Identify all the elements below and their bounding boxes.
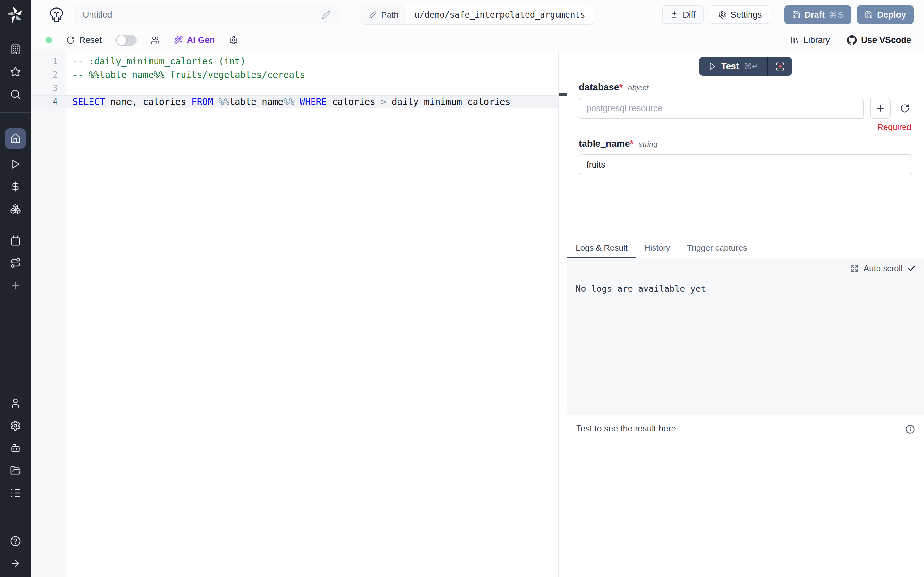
sidebar-item-play[interactable] — [8, 157, 23, 171]
arguments-section: Test ⌘↵ database * — [567, 51, 924, 238]
sidebar-item-search[interactable] — [8, 87, 23, 101]
sidebar-item-folder[interactable] — [8, 464, 23, 478]
auto-scroll-toggle[interactable]: Auto scroll — [575, 263, 916, 274]
sidebar-item-route[interactable] — [8, 256, 23, 270]
home-icon — [10, 133, 21, 144]
cursor-position-marker — [559, 93, 567, 96]
sidebar-item-gear[interactable] — [8, 419, 23, 433]
editor-toolbar: Reset AI Gen Library Use VScode — [31, 29, 924, 51]
status-dot — [45, 37, 52, 43]
sidebar — [0, 0, 31, 577]
gear-icon — [718, 11, 726, 19]
sidebar-item-robot[interactable] — [8, 441, 23, 455]
reset-label: Reset — [79, 35, 102, 45]
plus-minus-icon — [670, 11, 678, 19]
draft-shortcut: ⌘S — [829, 10, 843, 20]
sidebar-item-home[interactable] — [5, 128, 26, 149]
code-token: SELECT — [73, 97, 105, 107]
code-editor[interactable]: 1-- :daily_minimum_calories (int)2-- %%t… — [31, 51, 567, 577]
database-input[interactable] — [579, 98, 864, 119]
edit-title-icon[interactable] — [322, 10, 331, 19]
capture-button[interactable] — [768, 57, 792, 76]
code-token: %% — [218, 97, 229, 107]
test-shortcut: ⌘↵ — [744, 62, 758, 71]
editor-settings-button[interactable] — [229, 35, 238, 45]
calendar-icon — [10, 235, 21, 246]
diff-button[interactable]: Diff — [662, 5, 704, 24]
required-asterisk: * — [619, 82, 623, 93]
edit-path-icon — [369, 11, 376, 19]
sidebar-item-calendar[interactable] — [8, 234, 23, 247]
auto-scroll-label: Auto scroll — [864, 263, 903, 274]
sidebar-item-arrow-right[interactable] — [8, 556, 23, 571]
result-placeholder: Test to see the result here — [576, 424, 676, 434]
sidebar-item-list[interactable] — [8, 486, 23, 500]
sidebar-item-user[interactable] — [8, 396, 23, 410]
test-button[interactable]: Test ⌘↵ — [699, 57, 767, 76]
script-title: Untitled — [83, 10, 112, 20]
reset-button[interactable]: Reset — [66, 35, 102, 45]
code-token: calories — [326, 97, 381, 107]
sidebar-item-help[interactable] — [8, 534, 23, 548]
settings-label: Settings — [730, 10, 762, 20]
line-number: 3 — [31, 83, 58, 93]
plus-icon — [10, 280, 21, 291]
path-value: u/demo/safe_interpolated_arguments — [406, 5, 594, 24]
sidebar-item-star[interactable] — [8, 65, 23, 79]
code-line[interactable]: 3 — [31, 81, 558, 95]
database-field-type: object — [628, 83, 648, 92]
script-title-input[interactable]: Untitled — [74, 4, 339, 25]
code-line[interactable]: 4SELECT name, calories FROM %%table_name… — [31, 95, 558, 108]
code-line[interactable]: 2-- %%table_name%% fruits/vegetables/cer… — [31, 68, 558, 81]
code-token: %% — [283, 97, 294, 107]
check-icon — [907, 264, 916, 273]
table-name-input[interactable] — [579, 154, 913, 175]
expand-icon[interactable] — [851, 264, 859, 273]
tab-history[interactable]: History — [636, 238, 678, 258]
topbar: Untitled Path u/demo/safe_interpolated_a… — [31, 0, 924, 29]
windmill-logo-icon — [7, 6, 24, 23]
dollar-icon — [10, 181, 21, 192]
tab-trigger-captures[interactable]: Trigger captures — [678, 238, 756, 258]
path-label: Path — [381, 10, 399, 20]
code-line[interactable]: 1-- :daily_minimum_calories (int) — [31, 55, 558, 68]
database-field-name: database — [579, 82, 619, 93]
list-icon — [10, 488, 21, 498]
library-button[interactable]: Library — [790, 35, 830, 45]
refresh-resources-button[interactable] — [897, 103, 913, 113]
ai-gen-button[interactable]: AI Gen — [174, 35, 215, 45]
result-tabs: Logs & Result History Trigger captures — [567, 238, 924, 258]
settings-button[interactable]: Settings — [710, 5, 771, 24]
building-icon — [10, 44, 21, 55]
draft-button[interactable]: Draft ⌘S — [784, 5, 851, 24]
sidebar-item-dollar[interactable] — [8, 179, 23, 193]
sidebar-item-plus[interactable] — [8, 278, 23, 292]
deploy-label: Deploy — [877, 10, 906, 20]
code-token: > — [381, 97, 386, 107]
result-panel: Test to see the result here — [567, 416, 924, 577]
tab-logs-result[interactable]: Logs & Result — [567, 238, 636, 258]
info-icon[interactable] — [905, 424, 915, 434]
refresh-icon — [66, 35, 75, 45]
route-icon — [10, 258, 21, 268]
gear-icon — [10, 420, 21, 431]
sidebar-item-building[interactable] — [8, 42, 23, 56]
diff-mode-toggle[interactable] — [116, 35, 137, 45]
add-resource-button[interactable] — [870, 98, 891, 119]
users-icon — [151, 35, 160, 45]
star-icon — [10, 66, 21, 77]
windmill-logo[interactable] — [0, 0, 31, 29]
code-token — [294, 97, 300, 107]
test-label: Test — [721, 61, 739, 71]
collaborators-button[interactable] — [151, 35, 160, 45]
help-icon — [10, 536, 21, 546]
search-icon — [10, 89, 21, 100]
path-chip[interactable]: Path u/demo/safe_interpolated_arguments — [360, 5, 594, 25]
scan-icon — [775, 61, 785, 71]
use-vscode-button[interactable]: Use VScode — [846, 35, 911, 45]
deploy-button[interactable]: Deploy — [857, 5, 914, 24]
plus-icon — [876, 103, 885, 113]
sidebar-item-boxes[interactable] — [8, 202, 23, 216]
library-label: Library — [803, 35, 830, 45]
save-icon — [792, 11, 800, 19]
